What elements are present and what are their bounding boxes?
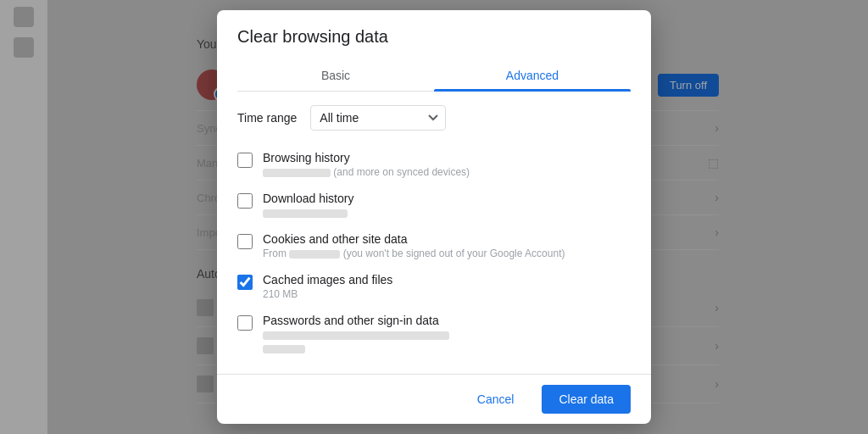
checkbox-passwords-sublabel	[263, 329, 631, 353]
time-range-label: Time range	[237, 111, 297, 125]
tab-advanced[interactable]: Advanced	[434, 60, 631, 91]
dialog-overlay: Clear browsing data Basic Advanced Time …	[0, 0, 868, 434]
redacted-3	[289, 250, 340, 259]
checkbox-download-history: Download history	[237, 185, 631, 225]
dialog-header: Clear browsing data Basic Advanced	[217, 10, 651, 92]
checkbox-download-wrap[interactable]	[237, 193, 253, 212]
redacted-1	[263, 169, 331, 177]
checkbox-cookies-text: Cookies and other site data From (you wo…	[263, 232, 631, 259]
dialog-body: Time range Last hour Last 24 hours Last …	[217, 92, 651, 374]
checkbox-cached: Cached images and files 210 MB	[237, 266, 631, 307]
tab-basic[interactable]: Basic	[237, 60, 434, 91]
redacted-4	[263, 331, 449, 340]
checkbox-download-label: Download history	[263, 192, 631, 205]
checkbox-browsing-wrap[interactable]	[237, 153, 253, 171]
checkbox-browsing-history: Browsing history (and more on synced dev…	[237, 144, 631, 185]
checkbox-cookies-input[interactable]	[237, 234, 253, 249]
time-range-row: Time range Last hour Last 24 hours Last …	[237, 105, 631, 131]
checkbox-cached-text: Cached images and files 210 MB	[263, 273, 631, 300]
checkbox-download-sublabel	[263, 207, 631, 219]
checkbox-passwords: Passwords and other sign-in data	[237, 307, 631, 360]
clear-data-button[interactable]: Clear data	[542, 385, 631, 414]
checkbox-download-input[interactable]	[237, 193, 253, 209]
checkbox-browsing-label: Browsing history	[263, 151, 631, 164]
checkbox-cookies-sublabel: From (you won't be signed out of your Go…	[263, 248, 631, 259]
tabs-container: Basic Advanced	[237, 60, 631, 92]
checkbox-browsing-input[interactable]	[237, 153, 253, 168]
checkbox-passwords-text: Passwords and other sign-in data	[263, 314, 631, 353]
checkbox-browsing-text: Browsing history (and more on synced dev…	[263, 151, 631, 178]
time-range-select[interactable]: Last hour Last 24 hours Last 7 days Last…	[310, 105, 446, 131]
checkbox-cached-input[interactable]	[237, 275, 253, 290]
checkbox-cached-sublabel: 210 MB	[263, 288, 631, 300]
checkbox-cookies-label: Cookies and other site data	[263, 232, 631, 246]
checkbox-cookies: Cookies and other site data From (you wo…	[237, 225, 631, 266]
clear-browsing-data-dialog: Clear browsing data Basic Advanced Time …	[217, 10, 651, 424]
checkbox-passwords-input[interactable]	[237, 315, 253, 331]
redacted-5	[263, 345, 305, 353]
redacted-2	[263, 209, 348, 218]
checkbox-passwords-wrap[interactable]	[237, 315, 253, 334]
dialog-footer: Cancel Clear data	[217, 374, 651, 424]
checkbox-cached-wrap[interactable]	[237, 275, 253, 293]
checkbox-passwords-label: Passwords and other sign-in data	[263, 314, 631, 327]
checkbox-cookies-wrap[interactable]	[237, 234, 253, 253]
checkbox-cached-label: Cached images and files	[263, 273, 631, 287]
checkbox-browsing-sublabel: (and more on synced devices)	[263, 166, 631, 178]
dialog-title: Clear browsing data	[237, 27, 631, 47]
cancel-button[interactable]: Cancel	[459, 385, 532, 414]
checkbox-download-text: Download history	[263, 192, 631, 219]
